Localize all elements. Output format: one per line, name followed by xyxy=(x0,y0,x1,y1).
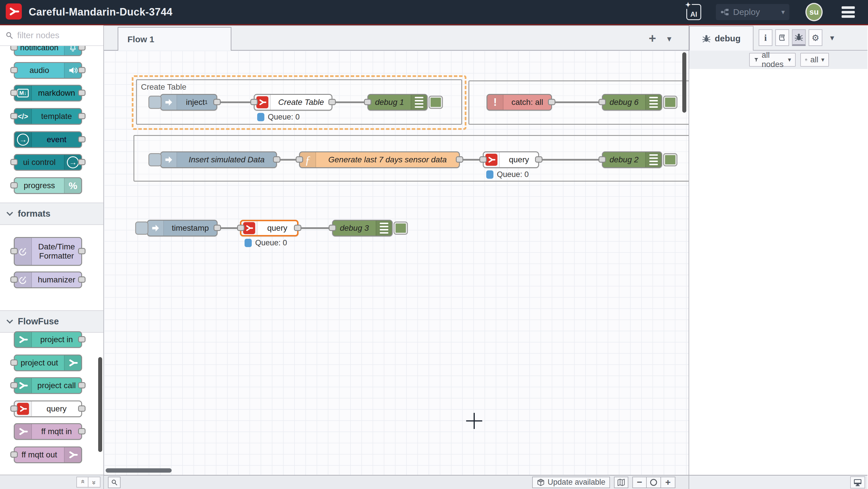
chevron-down-icon xyxy=(7,209,13,216)
open-in-window-button[interactable] xyxy=(850,477,865,488)
palette-category-formats[interactable]: formats xyxy=(0,203,103,225)
wire[interactable] xyxy=(299,227,332,229)
zoom-out-button[interactable]: − xyxy=(632,477,647,488)
node-function-generate[interactable]: ƒ Generate last 7 days sensor data xyxy=(299,151,460,168)
node-insert-simulated-data[interactable]: Insert simulated Data xyxy=(160,151,277,168)
status-dot xyxy=(486,170,493,179)
canvas-horizontal-scrollbar[interactable] xyxy=(105,468,172,472)
palette-node-datetime-formatter[interactable]: Date/TimeFormatter xyxy=(14,237,82,266)
node-query-2[interactable]: query xyxy=(483,151,539,168)
node-timestamp-inject[interactable]: timestamp xyxy=(147,220,218,236)
deploy-button[interactable]: Deploy ▾ xyxy=(716,4,789,20)
palette-node-ff-mqtt-in[interactable]: ff mqtt in xyxy=(14,423,82,440)
palette-footer: » » xyxy=(0,474,103,489)
node-debug-2[interactable]: debug 2 xyxy=(602,151,662,168)
minimap-button[interactable] xyxy=(614,477,628,488)
inject-button[interactable] xyxy=(148,153,162,166)
deploy-label: Deploy xyxy=(733,7,760,17)
sidebar-tabbar: debug i ⚙ ▾ xyxy=(689,25,867,51)
search-icon xyxy=(5,31,13,39)
palette-node-project-in[interactable]: project in xyxy=(14,331,82,348)
ai-assistant-button[interactable]: ✦AI xyxy=(685,0,703,24)
debug-list-icon xyxy=(376,221,392,236)
debug-toggle-button[interactable] xyxy=(394,222,408,235)
debug-toggle-button[interactable] xyxy=(429,96,443,109)
update-available-button[interactable]: Update available xyxy=(532,477,610,488)
wire[interactable] xyxy=(539,159,602,161)
palette-node-project-out[interactable]: project out xyxy=(14,354,82,371)
inject-arrow-icon xyxy=(161,95,177,110)
palette-node-audio[interactable]: audio xyxy=(14,62,82,79)
canvas-footer: Update available − + xyxy=(104,475,689,489)
sidebar-footer xyxy=(689,475,867,489)
filter-nodes-input[interactable] xyxy=(17,30,86,40)
wire[interactable] xyxy=(552,102,602,103)
palette-category-flowfuse[interactable]: FlowFuse xyxy=(0,310,103,333)
flowfuse-icon xyxy=(14,424,32,439)
canvas-search-button[interactable] xyxy=(108,477,121,488)
node-query-3-selected[interactable]: query xyxy=(240,220,299,236)
user-avatar[interactable]: su xyxy=(805,3,823,21)
debug-toggle-button[interactable] xyxy=(663,153,677,166)
debug-list-icon xyxy=(411,95,427,110)
palette-scrollbar[interactable] xyxy=(98,357,102,452)
inject-arrow-icon xyxy=(148,221,164,236)
sidebar-tab-debug-icon[interactable] xyxy=(792,29,806,46)
palette-node-notification[interactable]: notification xyxy=(14,46,82,56)
flow-canvas[interactable]: Create Table inject1 xyxy=(104,51,689,475)
debug-clear-button[interactable]: all ▾ xyxy=(800,53,829,67)
palette-node-humanizer[interactable]: humanizer xyxy=(14,271,82,288)
palette-node-project-call[interactable]: project call xyxy=(14,377,82,394)
chevron-down-icon xyxy=(7,317,13,324)
expand-categories-button[interactable]: » xyxy=(88,477,100,488)
sidebar-tab-info[interactable]: i xyxy=(758,29,772,46)
flow-list-caret-icon[interactable]: ▾ xyxy=(667,26,671,51)
node-catch-all[interactable]: ! catch: all xyxy=(487,94,552,111)
flowfuse-icon xyxy=(64,447,81,462)
crosshair-cursor xyxy=(466,413,482,429)
palette-node-ui-control[interactable]: ui control → xyxy=(14,154,82,171)
palette-node-markdown[interactable]: M↓ markdown xyxy=(14,85,82,102)
add-flow-button[interactable]: + xyxy=(649,26,656,51)
zoom-reset-button[interactable] xyxy=(647,477,661,488)
inject-button[interactable] xyxy=(148,96,162,109)
canvas-vertical-scrollbar[interactable] xyxy=(682,52,686,113)
header: Careful-Mandarin-Duck-3744 ✦AI Deploy ▾ … xyxy=(0,0,868,25)
wire[interactable] xyxy=(217,102,254,103)
node-create-table-query[interactable]: Create Table xyxy=(254,94,332,111)
sidebar-tab-config[interactable]: ⚙ xyxy=(809,29,823,46)
flow-tabbar: Flow 1 + ▾ xyxy=(104,25,689,51)
main-menu-button[interactable] xyxy=(842,6,855,18)
cube-icon xyxy=(537,478,545,486)
node-status: Queue: 0 xyxy=(257,113,300,121)
node-debug-3[interactable]: debug 3 xyxy=(332,220,393,236)
debug-toggle-button[interactable] xyxy=(663,96,677,109)
collapse-categories-button[interactable]: » xyxy=(76,477,88,488)
wire[interactable] xyxy=(332,102,367,103)
palette-node-progress[interactable]: progress % xyxy=(14,177,82,194)
palette-list: notification audio M↓ markdown xyxy=(0,46,103,474)
palette-node-event[interactable]: → event xyxy=(14,131,82,148)
inject-arrow-icon xyxy=(161,152,177,167)
deploy-icon xyxy=(720,8,729,17)
flow-tab[interactable]: Flow 1 xyxy=(118,27,231,51)
sidebar-tabs-caret-icon[interactable]: ▾ xyxy=(826,29,838,46)
palette-node-ff-mqtt-out[interactable]: ff mqtt out xyxy=(14,447,82,463)
instance-title: Careful-Mandarin-Duck-3744 xyxy=(29,0,173,24)
deploy-caret-icon[interactable]: ▾ xyxy=(781,8,785,16)
status-dot xyxy=(257,113,265,121)
sidebar-tab-help[interactable] xyxy=(775,29,789,46)
palette-node-template[interactable]: </> template xyxy=(14,108,82,125)
debug-filter-button[interactable]: all nodes ▾ xyxy=(749,53,796,67)
zoom-in-button[interactable]: + xyxy=(661,477,675,488)
node-debug-6[interactable]: debug 6 xyxy=(602,94,662,111)
node-debug-1[interactable]: debug 1 xyxy=(367,94,428,111)
inject-button[interactable] xyxy=(135,222,148,235)
status-dot xyxy=(245,239,252,247)
flowfuse-logo-icon xyxy=(6,3,22,20)
sidebar-tab-debug[interactable]: debug xyxy=(689,26,753,51)
node-inject-1[interactable]: inject1 xyxy=(160,94,217,111)
palette-node-query[interactable]: query xyxy=(14,401,82,417)
node-status: Queue: 0 xyxy=(486,170,529,179)
zoom-reset-icon xyxy=(650,479,657,486)
